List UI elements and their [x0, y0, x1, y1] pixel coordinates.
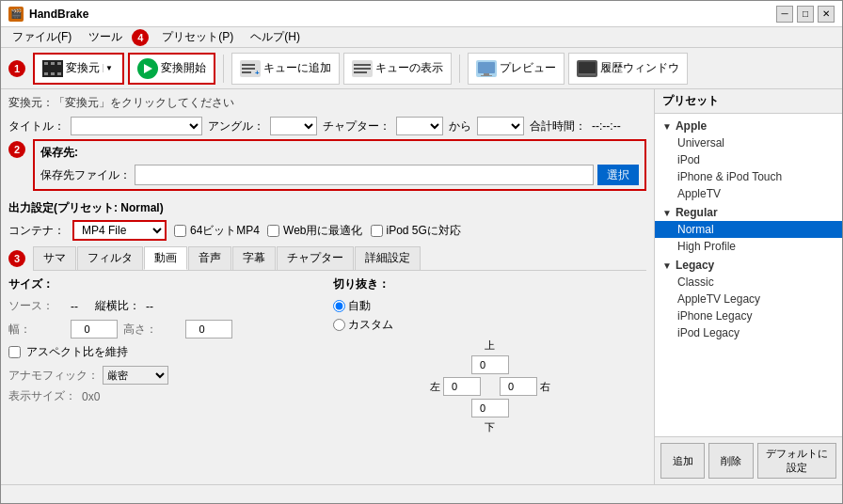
dest-file-input[interactable] — [135, 165, 594, 185]
app-title: HandBrake — [29, 8, 88, 21]
duration-label: 合計時間： — [530, 118, 586, 134]
preset-item-classic[interactable]: Classic — [655, 274, 842, 291]
encode-button[interactable]: 変換開始 — [128, 53, 215, 85]
tab-filters[interactable]: フィルタ — [77, 246, 143, 270]
display-size-label: 表示サイズ： — [8, 388, 76, 404]
svg-rect-6 — [57, 72, 61, 75]
tab-summary-label: サマ — [43, 251, 66, 264]
preset-group-apple-header[interactable]: ▼ Apple — [655, 118, 842, 134]
crop-bottom-input[interactable] — [471, 399, 509, 417]
menu-bar: ファイル(F) ツール 4 プリセット(P) ヘルプ(H) — [1, 27, 842, 48]
preset-item-universal[interactable]: Universal — [655, 134, 842, 151]
annotation-1: 1 — [8, 60, 25, 77]
anamorphic-select[interactable]: 厳密 ルーズ なし — [103, 366, 168, 385]
preset-title: プリセット — [655, 89, 842, 114]
delete-preset-button[interactable]: 削除 — [708, 443, 753, 479]
history-icon — [577, 60, 597, 77]
crop-inputs: 上 左 右 — [333, 339, 646, 434]
preset-item-high-profile[interactable]: High Profile — [655, 238, 842, 255]
container-select[interactable]: MP4 File MKV File — [72, 220, 167, 241]
default-preset-button[interactable]: デフォルトに設定 — [757, 443, 837, 479]
title-bar: 🎬 HandBrake ─ □ ✕ — [1, 1, 842, 27]
width-label: 幅： — [8, 322, 65, 338]
preset-group-apple-label: Apple — [676, 119, 707, 133]
custom-radio[interactable] — [333, 319, 345, 331]
queue-icon — [352, 60, 373, 77]
preset-group-regular-header[interactable]: ▼ Regular — [655, 204, 842, 221]
svg-rect-13 — [354, 64, 371, 66]
maximize-button[interactable]: □ — [797, 6, 814, 23]
preset-group-legacy-header[interactable]: ▼ Legacy — [655, 257, 842, 274]
queue-add-icon: + — [240, 60, 261, 77]
menu-presets[interactable]: プリセット(P) — [154, 27, 241, 47]
preset-item-ipod[interactable]: iPod — [655, 151, 842, 168]
queue-show-button[interactable]: キューの表示 — [343, 53, 452, 85]
minimize-button[interactable]: ─ — [776, 6, 793, 23]
history-button[interactable]: 履歴ウィンドウ — [568, 53, 688, 85]
tab-summary[interactable]: サマ — [33, 246, 76, 270]
menu-help[interactable]: ヘルプ(H) — [243, 27, 308, 47]
preset-group-legacy-label: Legacy — [676, 259, 714, 272]
angle-select[interactable] — [270, 117, 317, 135]
crop-bottom-label: 下 — [485, 421, 495, 433]
source-dropdown[interactable]: ▼ — [103, 64, 115, 72]
crop-top-row: 上 — [485, 339, 495, 353]
preset-item-normal[interactable]: Normal — [655, 221, 842, 238]
menu-tools[interactable]: ツール — [81, 27, 130, 47]
main-window: 🎬 HandBrake ─ □ ✕ ファイル(F) ツール 4 プリセット(P)… — [0, 0, 843, 504]
ipod-checkbox[interactable] — [371, 225, 383, 237]
keep-aspect-label: アスペクト比を維持 — [26, 344, 128, 360]
settings-grid: サイズ： ソース： -- 縦横比： -- 幅： 高さ： — [8, 273, 646, 438]
crop-radio-group: 自動 カスタム — [333, 298, 646, 333]
dest-file-label: 保存先ファイル： — [40, 167, 131, 183]
web-checkbox[interactable] — [267, 225, 279, 237]
ipod-checkbox-group: iPod 5Gに対応 — [371, 223, 461, 239]
source-dim-value: -- — [71, 300, 78, 313]
chapter-end-select[interactable] — [477, 117, 524, 135]
preview-button[interactable]: プレビュー — [468, 53, 565, 85]
preset-item-iphone-ipod-touch[interactable]: iPhone & iPod Touch — [655, 168, 842, 185]
keep-aspect-checkbox[interactable] — [8, 346, 21, 358]
width-input[interactable] — [71, 320, 118, 339]
chapter-label: チャプター： — [323, 118, 390, 134]
chapter-start-select[interactable] — [396, 117, 443, 135]
svg-rect-8 — [242, 64, 255, 66]
auto-radio[interactable] — [333, 300, 345, 312]
svg-rect-3 — [57, 62, 61, 65]
tab-advanced[interactable]: 詳細設定 — [355, 246, 421, 270]
preset-item-appletv[interactable]: AppleTV — [655, 185, 842, 202]
toolbar-sep-1 — [223, 55, 224, 83]
auto-label: 自動 — [348, 298, 371, 314]
crop-left-input[interactable] — [443, 377, 481, 396]
preset-item-appletv-legacy[interactable]: AppleTV Legacy — [655, 291, 842, 307]
display-size-row: 表示サイズ： 0x0 — [8, 388, 322, 404]
preset-group-regular-label: Regular — [676, 206, 718, 219]
tab-chapters[interactable]: チャプター — [277, 246, 354, 270]
queue-add-button[interactable]: + キューに追加 — [231, 53, 340, 85]
source-button[interactable]: 変換元 ▼ — [33, 53, 124, 85]
close-button[interactable]: ✕ — [818, 6, 835, 23]
title-select[interactable] — [71, 117, 202, 135]
tab-subtitles[interactable]: 字幕 — [232, 246, 276, 270]
crop-top-input[interactable] — [471, 355, 509, 374]
browse-button[interactable]: 選択 — [597, 165, 639, 185]
app-icon: 🎬 — [8, 7, 24, 22]
tab-video[interactable]: 動画 — [144, 246, 187, 270]
custom-label: カスタム — [348, 317, 393, 333]
container-row: コンテナ： MP4 File MKV File 64ビットMP4 Web用に最適… — [8, 220, 646, 241]
add-preset-button[interactable]: 追加 — [660, 443, 705, 479]
aspect-label: 縦横比： — [95, 298, 140, 314]
preset-item-ipod-legacy[interactable]: iPod Legacy — [655, 324, 842, 341]
menu-file[interactable]: ファイル(F) — [5, 27, 79, 47]
64bit-checkbox-group: 64ビットMP4 — [174, 223, 260, 239]
custom-radio-label: カスタム — [333, 317, 646, 333]
crop-right-input[interactable] — [500, 377, 537, 396]
svg-rect-14 — [354, 68, 371, 70]
title-row: タイトル： アングル： チャプター： から 合計時間： --:--:-- — [8, 117, 646, 135]
title-bar-left: 🎬 HandBrake — [8, 7, 88, 22]
preset-item-iphone-legacy[interactable]: iPhone Legacy — [655, 307, 842, 324]
height-input[interactable] — [185, 320, 232, 339]
64bit-checkbox[interactable] — [174, 225, 186, 237]
tab-audio[interactable]: 音声 — [188, 246, 231, 270]
toolbar-sep-2 — [459, 55, 460, 83]
